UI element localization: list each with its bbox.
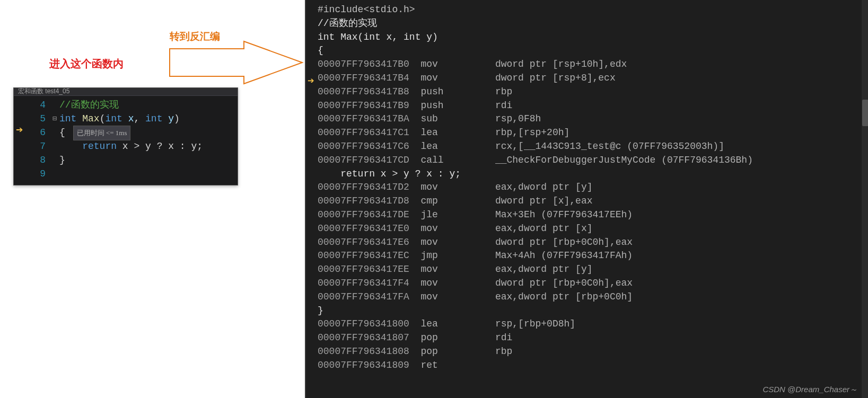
tab-strip: 宏和函数 test4_05 xyxy=(14,88,238,96)
disasm-lines[interactable]: #include<stdio.h> //函数的实现 int Max(int x,… xyxy=(306,0,868,373)
asm-row: 00007FF7963417EC jmp Max+4Ah (07FF796341… xyxy=(318,249,868,263)
code-lines[interactable]: //函数的实现 int Max(int x, int y) { 已用时间 <= … xyxy=(59,96,238,185)
source-editor: 宏和函数 test4_05 4 5 6 7 8 9 ⊟ //函数的实现 int … xyxy=(13,87,238,185)
tab-item[interactable]: 宏和函数 test4_05 xyxy=(18,87,69,96)
annotation-to-disasm: 转到反汇编 xyxy=(170,30,220,43)
current-line-arrow-icon: ➔ xyxy=(308,76,314,85)
asm-row: 00007FF7963417D8 cmp dword ptr [x],eax xyxy=(318,194,868,208)
asm-row: 00007FF7963417EE mov eax,dword ptr [y] xyxy=(318,263,868,277)
asm-row: 00007FF7963417C6 lea rcx,[__1443C913_tes… xyxy=(318,140,868,154)
asm-row: 00007FF7963417E6 mov dword ptr [rbp+0C0h… xyxy=(318,236,868,250)
asm-row: 00007FF796341809 ret xyxy=(318,359,868,373)
asm-row: 00007FF796341807 pop rdi xyxy=(318,331,868,345)
asm-row: 00007FF7963417E0 mov eax,dword ptr [x] xyxy=(318,222,868,236)
asm-row: 00007FF7963417FA mov eax,dword ptr [rbp+… xyxy=(318,290,868,304)
perf-badge: 已用时间 <= 1ms xyxy=(73,126,131,140)
asm-row: 00007FF7963417B9 push rdi xyxy=(318,99,868,113)
scrollbar-track[interactable] xyxy=(862,0,868,398)
asm-row: 00007FF7963417F4 mov dword ptr [rbp+0C0h… xyxy=(318,277,868,290)
watermark: CSDN @Dream_Chaser～ xyxy=(762,385,857,395)
current-line-arrow-icon: ➔ xyxy=(16,125,23,135)
asm-row: 00007FF7963417CD call __CheckForDebugger… xyxy=(318,154,868,167)
line-gutter: 4 5 6 7 8 9 xyxy=(14,96,50,185)
asm-row: 00007FF796341800 lea rsp,[rbp+0D8h] xyxy=(318,317,868,331)
asm-row: 00007FF796341808 pop rbp xyxy=(318,345,868,359)
asm-row: 00007FF7963417BA sub rsp,0F8h xyxy=(318,112,868,126)
asm-row: 00007FF7963417C1 lea rbp,[rsp+20h] xyxy=(318,126,868,140)
asm-row: 00007FF7963417B4 mov dword ptr [rsp+8],e… xyxy=(318,72,868,85)
fold-column: ⊟ xyxy=(50,96,59,185)
asm-row: 00007FF7963417DE jle Max+3Eh (07FF796341… xyxy=(318,208,868,222)
asm-row: 00007FF7963417D2 mov eax,dword ptr [y] xyxy=(318,181,868,194)
asm-row: 00007FF7963417B0 mov dword ptr [rsp+10h]… xyxy=(318,58,868,72)
asm-row: 00007FF7963417B8 push rbp xyxy=(318,85,868,99)
disassembly-view: #include<stdio.h> //函数的实现 int Max(int x,… xyxy=(305,0,868,398)
annotation-enter-function: 进入这个函数内 xyxy=(49,57,124,71)
scrollbar-thumb[interactable] xyxy=(862,100,868,126)
